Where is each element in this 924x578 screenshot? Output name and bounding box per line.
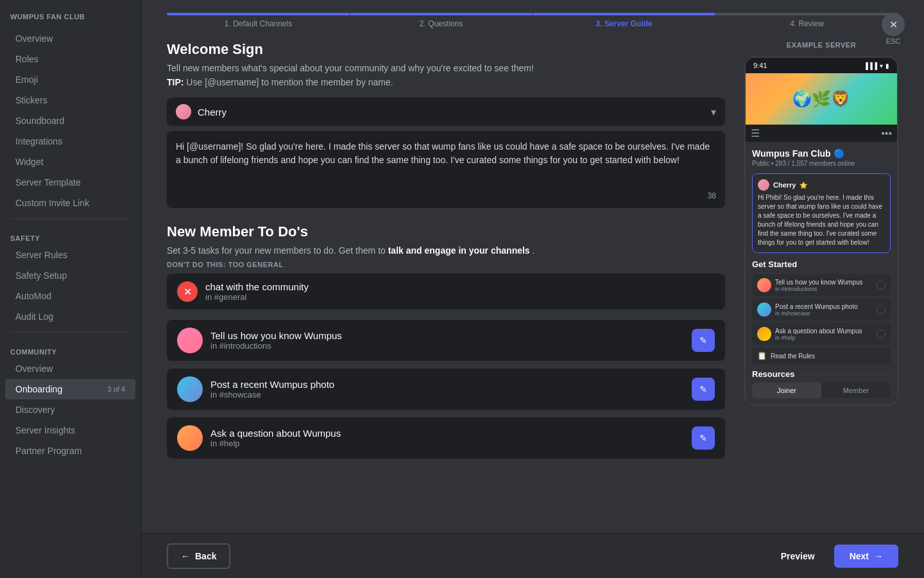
right-panel: EXAMPLE SERVER 9:41 ▐▐▐ ▾ ▮ 🌍🌿🦁 xyxy=(744,41,898,520)
bad-item-channel: in #general xyxy=(205,292,309,302)
phone-server-info: Wumpus Fan Club 🔵 Public • 283 / 1,557 m… xyxy=(752,148,891,167)
good-item-edit-button-2[interactable]: ✎ xyxy=(692,378,715,401)
phone-banner: 🌍🌿🦁 xyxy=(746,73,897,125)
phone-time: 9:41 xyxy=(753,62,767,69)
phone-status-bar: 9:41 ▐▐▐ ▾ ▮ xyxy=(746,58,897,73)
sidebar-item-emoji[interactable]: Emoji xyxy=(5,69,135,90)
signal-icon: ▐▐▐ xyxy=(864,62,877,69)
step-line-4 xyxy=(715,13,898,15)
step-label-3: 3. Server Guide xyxy=(595,19,652,28)
good-item-title-3: Ask a question about Wumpus xyxy=(210,428,684,439)
good-item-channel-3: in #help xyxy=(210,439,684,448)
left-panel: Welcome Sign Tell new members what's spe… xyxy=(167,41,725,520)
sidebar-item-custom-invite[interactable]: Custom Invite Link xyxy=(5,193,135,213)
tab-joiner[interactable]: Joiner xyxy=(752,383,821,398)
sidebar-item-automod[interactable]: AutoMod xyxy=(5,286,135,306)
esc-icon: ✕ xyxy=(882,13,905,36)
phone-msg-name: Cherry xyxy=(773,181,796,189)
step-item-4[interactable]: 4. Review xyxy=(715,13,898,28)
phone-mockup: 9:41 ▐▐▐ ▾ ▮ 🌍🌿🦁 ☰ ••• xyxy=(744,57,898,406)
phone-task-title-2: Post a recent Wumpus photo xyxy=(775,303,873,310)
more-icon[interactable]: ••• xyxy=(881,128,892,139)
community-section-label: COMMUNITY xyxy=(0,338,141,358)
phone-server-meta: Public • 283 / 1,557 members online xyxy=(752,160,891,167)
sidebar-item-overview[interactable]: Overview xyxy=(5,28,135,49)
sidebar-item-widget[interactable]: Widget xyxy=(5,152,135,172)
author-dropdown[interactable]: Cherry ▾ xyxy=(167,98,725,126)
dont-label: DON'T DO THIS: TOO GENERAL xyxy=(167,261,725,268)
bad-todo-item: ✕ chat with the community in #general xyxy=(167,274,725,310)
phone-rules-text: Read the Rules xyxy=(771,353,815,360)
step-line-1 xyxy=(167,13,350,15)
bad-item-text: chat with the community xyxy=(205,281,309,292)
preview-button[interactable]: Preview xyxy=(768,545,828,568)
phone-task-channel-2: in #showcase xyxy=(775,310,873,317)
esc-button[interactable]: ✕ ESC xyxy=(882,13,905,45)
good-item-text-2: Post a recent Wumpus photoin #showcase xyxy=(210,379,684,399)
todos-desc: Set 3-5 tasks for your new members to do… xyxy=(167,245,725,256)
phone-task-title-1: Tell us how you know Wumpus xyxy=(775,279,873,286)
sidebar-item-discovery[interactable]: Discovery xyxy=(5,399,135,420)
phone-read-rules: 📋 Read the Rules xyxy=(752,347,891,364)
good-item-avatar-2 xyxy=(177,376,203,402)
sidebar-item-stickers[interactable]: Stickers xyxy=(5,90,135,110)
sidebar-item-label-partner-program: Partner Program xyxy=(15,446,81,456)
good-todo-item-1: Tell us how you know Wumpusin #introduct… xyxy=(167,320,725,361)
good-item-title-1: Tell us how you know Wumpus xyxy=(210,330,684,341)
sidebar-item-safety-setup[interactable]: Safety Setup xyxy=(5,265,135,286)
welcome-sign-tip: TIP: Use [@username] to mention the memb… xyxy=(167,77,725,87)
good-item-edit-button-1[interactable]: ✎ xyxy=(692,329,715,352)
sidebar-item-server-template[interactable]: Server Template xyxy=(5,172,135,193)
tip-label: TIP: xyxy=(167,77,184,87)
step-line-3 xyxy=(533,13,715,15)
get-started-label: Get Started xyxy=(752,259,891,269)
sidebar-item-roles[interactable]: Roles xyxy=(5,49,135,69)
menu-icon[interactable]: ☰ xyxy=(751,127,760,139)
sidebar-item-soundboard[interactable]: Soundboard xyxy=(5,110,135,131)
phone-task-text-3: Ask a question about Wumpusin #help xyxy=(775,328,873,341)
battery-icon: ▮ xyxy=(886,62,889,69)
step-label-4: 4. Review xyxy=(790,19,824,28)
step-item-2[interactable]: 2. Questions xyxy=(350,13,533,28)
good-item-channel-2: in #showcase xyxy=(210,390,684,399)
back-arrow-icon: ← xyxy=(181,551,190,561)
message-char-count: 38 xyxy=(708,190,716,202)
good-item-text-1: Tell us how you know Wumpusin #introduct… xyxy=(210,330,684,351)
sidebar-item-server-rules[interactable]: Server Rules xyxy=(5,245,135,265)
sidebar-item-onboarding[interactable]: Onboarding3 of 4 xyxy=(5,379,135,399)
phone-message-user: Cherry ⭐ xyxy=(758,179,885,191)
preview-label: Preview xyxy=(781,551,815,561)
sidebar-item-community-overview[interactable]: Overview xyxy=(5,358,135,379)
phone-msg-avatar xyxy=(758,179,769,191)
sidebar-badge-onboarding: 3 of 4 xyxy=(107,385,125,393)
phone-status-icons: ▐▐▐ ▾ ▮ xyxy=(864,62,889,69)
back-label: Back xyxy=(195,551,216,561)
phone-task-2: Post a recent Wumpus photoin #showcase xyxy=(752,299,891,320)
step-item-1[interactable]: 1. Default Channels xyxy=(167,13,350,28)
good-item-avatar-3 xyxy=(177,425,203,451)
sidebar-item-integrations[interactable]: Integrations xyxy=(5,131,135,152)
sidebar-item-audit-log[interactable]: Audit Log xyxy=(5,306,135,327)
good-todo-item-3: Ask a question about Wumpusin #help✎ xyxy=(167,417,725,459)
good-item-edit-button-3[interactable]: ✎ xyxy=(692,426,715,450)
sidebar-item-server-insights[interactable]: Server Insights xyxy=(5,420,135,441)
phone-task-check-1[interactable] xyxy=(877,281,886,290)
stepper: 1. Default Channels2. Questions3. Server… xyxy=(141,0,924,28)
welcome-message-box[interactable]: Hi [@username]! So glad you're here. I m… xyxy=(167,131,725,208)
phone-tabs: Joiner Member xyxy=(752,383,891,398)
sidebar-item-partner-program[interactable]: Partner Program xyxy=(5,441,135,461)
good-item-text-3: Ask a question about Wumpusin #help xyxy=(210,428,684,448)
next-button[interactable]: Next → xyxy=(834,545,898,568)
tab-member[interactable]: Member xyxy=(821,383,891,398)
phone-message-card: Cherry ⭐ Hi Phibi! So glad you're here. … xyxy=(752,173,891,253)
phone-task-check-2[interactable] xyxy=(877,305,886,314)
back-button[interactable]: ← Back xyxy=(167,543,230,569)
phone-task-check-3[interactable] xyxy=(877,329,886,338)
todos-desc-end: . xyxy=(533,245,535,256)
step-label-2: 2. Questions xyxy=(420,19,463,28)
content-area: Welcome Sign Tell new members what's spe… xyxy=(141,28,924,533)
todos-desc-normal: Set 3-5 tasks for your new members to do… xyxy=(167,245,388,256)
resources-divider xyxy=(800,374,891,374)
step-item-3[interactable]: 3. Server Guide xyxy=(533,13,715,28)
tip-text: Use [@username] to mention the member by… xyxy=(186,77,393,87)
